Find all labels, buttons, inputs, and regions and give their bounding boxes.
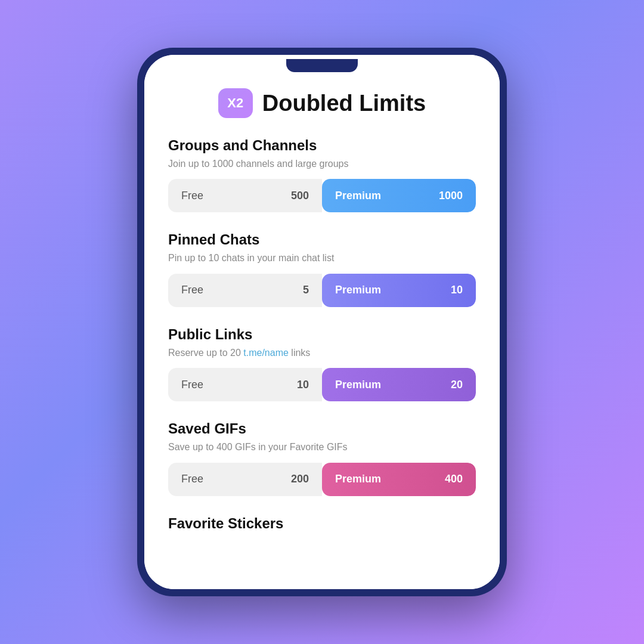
- premium-value-public-links: 20: [451, 379, 463, 391]
- free-value-groups-channels: 500: [291, 190, 309, 202]
- comparison-bar-groups-channels: Free 500 Premium 1000: [168, 179, 476, 212]
- feature-title-public-links: Public Links: [168, 326, 476, 343]
- page-title: Doubled Limits: [262, 91, 426, 116]
- feature-desc-pinned-chats: Pin up to 10 chats in your main chat lis…: [168, 252, 476, 265]
- premium-side-pinned-chats: Premium 10: [322, 274, 476, 307]
- phone-frame: X2 Doubled Limits Groups and ChannelsJoi…: [137, 48, 507, 596]
- free-side-public-links: Free 10: [168, 368, 322, 401]
- premium-label-public-links: Premium: [335, 379, 381, 391]
- premium-side-public-links: Premium 20: [322, 368, 476, 401]
- comparison-bar-saved-gifs: Free 200 Premium 400: [168, 463, 476, 496]
- page-header: X2 Doubled Limits: [168, 88, 476, 118]
- feature-title-pinned-chats: Pinned Chats: [168, 231, 476, 248]
- premium-value-saved-gifs: 400: [445, 473, 463, 485]
- free-label-saved-gifs: Free: [181, 473, 203, 485]
- x2-badge: X2: [218, 88, 253, 118]
- free-value-pinned-chats: 5: [303, 284, 309, 296]
- feature-section-public-links: Public LinksReserve up to 20 t.me/name l…: [168, 326, 476, 401]
- screen-content: X2 Doubled Limits Groups and ChannelsJoi…: [144, 76, 500, 589]
- feature-section-groups-channels: Groups and ChannelsJoin up to 1000 chann…: [168, 137, 476, 212]
- favorite-stickers-title: Favorite Stickers: [168, 515, 476, 532]
- comparison-bar-public-links: Free 10 Premium 20: [168, 368, 476, 401]
- feature-section-saved-gifs: Saved GIFsSave up to 400 GIFs in your Fa…: [168, 420, 476, 496]
- feature-desc-saved-gifs: Save up to 400 GIFs in your Favorite GIF…: [168, 441, 476, 454]
- premium-value-groups-channels: 1000: [439, 190, 463, 202]
- badge-label: X2: [227, 95, 243, 111]
- feature-desc-public-links: Reserve up to 20 t.me/name links: [168, 346, 476, 360]
- premium-label-groups-channels: Premium: [335, 190, 381, 202]
- comparison-bar-pinned-chats: Free 5 Premium 10: [168, 274, 476, 307]
- feature-title-groups-channels: Groups and Channels: [168, 137, 476, 154]
- free-label-public-links: Free: [181, 379, 203, 391]
- premium-side-groups-channels: Premium 1000: [322, 179, 476, 212]
- free-side-saved-gifs: Free 200: [168, 463, 322, 496]
- free-label-pinned-chats: Free: [181, 284, 203, 296]
- free-value-public-links: 10: [297, 379, 309, 391]
- phone-top-bar: [144, 55, 500, 76]
- free-side-groups-channels: Free 500: [168, 179, 322, 212]
- feature-title-saved-gifs: Saved GIFs: [168, 420, 476, 437]
- free-value-saved-gifs: 200: [291, 473, 309, 485]
- phone-screen: X2 Doubled Limits Groups and ChannelsJoi…: [144, 55, 500, 589]
- premium-value-pinned-chats: 10: [451, 284, 463, 296]
- premium-side-saved-gifs: Premium 400: [322, 463, 476, 496]
- notch: [286, 59, 358, 72]
- favorite-stickers-section: Favorite Stickers: [168, 515, 476, 532]
- free-label-groups-channels: Free: [181, 190, 203, 202]
- feature-section-pinned-chats: Pinned ChatsPin up to 10 chats in your m…: [168, 231, 476, 306]
- premium-label-saved-gifs: Premium: [335, 473, 381, 485]
- premium-label-pinned-chats: Premium: [335, 284, 381, 296]
- feature-desc-groups-channels: Join up to 1000 channels and large group…: [168, 157, 476, 171]
- free-side-pinned-chats: Free 5: [168, 274, 322, 307]
- features-list: Groups and ChannelsJoin up to 1000 chann…: [168, 137, 476, 496]
